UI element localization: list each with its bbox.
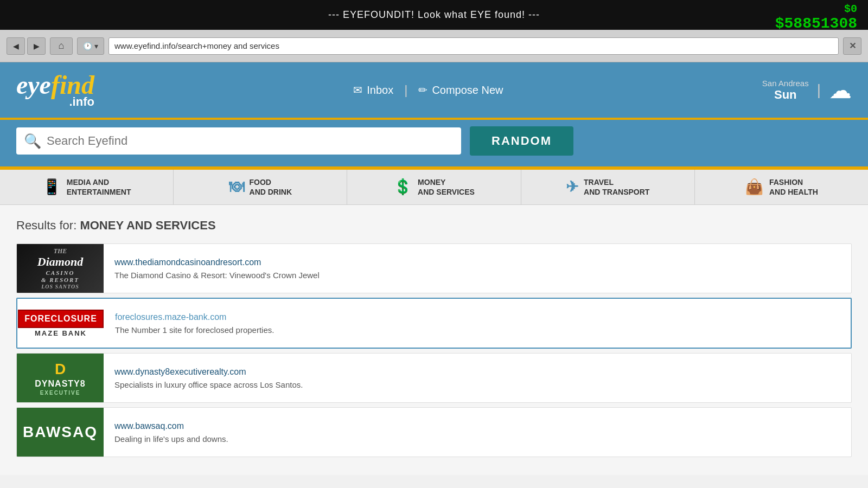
forward-button[interactable]: ▶ bbox=[27, 37, 46, 55]
compose-icon: ✏ bbox=[418, 84, 427, 97]
result-desc-diamond: The Diamond Casino & Resort: Vinewood's … bbox=[114, 271, 320, 280]
result-content-bawsaq: www.bawsaq.com Dealing in life's ups and… bbox=[104, 408, 239, 457]
result-url-foreclosure: foreclosures.maze-bank.com bbox=[115, 312, 274, 322]
nav-buttons: ◀ ▶ bbox=[7, 37, 46, 55]
category-money-label: MONEY AND SERVICES bbox=[418, 177, 475, 197]
dynasty-logo: D DYNASTY8 EXECUTIVE bbox=[29, 355, 91, 401]
search-box-wrap: 🔍 bbox=[16, 127, 461, 155]
top-bar-title: --- EYEFOUNDIT! Look what EYE found! --- bbox=[328, 9, 540, 21]
money-display: $0 $58851308 bbox=[775, 3, 857, 32]
money-total: $58851308 bbox=[775, 15, 857, 32]
diamond-name: Diamond bbox=[37, 255, 83, 269]
back-button[interactable]: ◀ bbox=[7, 37, 25, 55]
result-thumb-dynasty: D DYNASTY8 EXECUTIVE bbox=[17, 354, 104, 402]
category-travel[interactable]: ✈ TRAVEL AND TRANSPORT bbox=[521, 170, 695, 204]
diamond-casino: CASINO bbox=[37, 269, 83, 277]
category-money-line1: MONEY bbox=[418, 177, 475, 187]
foreclosure-bank: MAZE BANK bbox=[35, 329, 87, 337]
website: eyefind .info ✉ Inbox | ✏ Compose New Sa… bbox=[0, 62, 868, 488]
foreclosure-label: FORECLOSURE bbox=[18, 310, 104, 328]
bawsaq-logo: BAWSAQ bbox=[23, 423, 98, 441]
category-fashion-line2: AND HEALTH bbox=[769, 187, 818, 197]
browser-chrome: ◀ ▶ ⌂ 🕐 ▾ ✕ bbox=[0, 30, 868, 62]
result-thumb-diamond: THE Diamond CASINO & RESORT LOS SANTOS bbox=[17, 244, 104, 293]
dynasty-exec: EXECUTIVE bbox=[40, 390, 81, 396]
result-bawsaq[interactable]: BAWSAQ www.bawsaq.com Dealing in life's … bbox=[16, 407, 852, 457]
search-icon: 🔍 bbox=[24, 133, 41, 150]
result-foreclosure[interactable]: FORECLOSURE MAZE BANK foreclosures.maze-… bbox=[16, 298, 852, 349]
category-travel-line1: TRAVEL bbox=[584, 177, 649, 187]
category-nav: 📱 MEDIA AND ENTERTAINMENT 🍽 FOOD AND DRI… bbox=[0, 170, 868, 205]
results-area: Results for: MONEY AND SERVICES THE Diam… bbox=[0, 205, 868, 475]
search-area: 🔍 RANDOM bbox=[0, 120, 868, 170]
close-button[interactable]: ✕ bbox=[843, 37, 861, 55]
nav-divider: | bbox=[404, 82, 407, 98]
weather-day: Sun bbox=[762, 88, 809, 102]
weather-info: San Andreas Sun bbox=[762, 79, 809, 102]
category-food-label: FOOD AND DRINK bbox=[250, 177, 292, 197]
history-button[interactable]: 🕐 ▾ bbox=[77, 37, 104, 55]
inbox-link[interactable]: ✉ Inbox bbox=[353, 84, 393, 97]
results-heading-prefix: Results for: bbox=[16, 219, 76, 232]
food-icon: 🍽 bbox=[229, 177, 244, 197]
diamond-resort: & RESORT bbox=[37, 277, 83, 284]
fashion-icon: 👜 bbox=[745, 177, 764, 197]
result-desc-bawsaq: Dealing in life's ups and downs. bbox=[114, 434, 228, 444]
inbox-icon: ✉ bbox=[353, 84, 362, 97]
result-thumb-bawsaq: BAWSAQ bbox=[17, 408, 104, 457]
category-media-line2: ENTERTAINMENT bbox=[67, 187, 131, 197]
category-fashion-line1: FASHION bbox=[769, 177, 818, 187]
diamond-logo: THE Diamond CASINO & RESORT LOS SANTOS bbox=[37, 247, 83, 290]
money-current: $0 bbox=[775, 3, 857, 15]
home-button[interactable]: ⌂ bbox=[50, 37, 73, 55]
result-diamond[interactable]: THE Diamond CASINO & RESORT LOS SANTOS w… bbox=[16, 243, 852, 293]
top-bar: --- EYEFOUNDIT! Look what EYE found! ---… bbox=[0, 0, 868, 30]
dynasty-d: D bbox=[55, 361, 66, 378]
result-url-dynasty: www.dynasty8executiverealty.com bbox=[114, 367, 303, 377]
weather-widget: San Andreas Sun | ☁ bbox=[762, 77, 852, 104]
category-media-label: MEDIA AND ENTERTAINMENT bbox=[67, 177, 131, 197]
result-url-diamond: www.thediamondcasinoandresort.com bbox=[114, 258, 320, 267]
foreclosure-logo: FORECLOSURE MAZE BANK bbox=[18, 310, 104, 337]
category-fashion-label: FASHION AND HEALTH bbox=[769, 177, 818, 197]
media-icon: 📱 bbox=[42, 177, 61, 197]
diamond-the: THE bbox=[37, 247, 83, 255]
logo: eyefind .info bbox=[16, 72, 94, 108]
compose-link[interactable]: ✏ Compose New bbox=[418, 84, 503, 97]
inbox-label: Inbox bbox=[367, 84, 393, 97]
category-travel-line2: AND TRANSPORT bbox=[584, 187, 649, 197]
result-thumb-foreclosure: FORECLOSURE MAZE BANK bbox=[17, 299, 104, 348]
results-query: MONEY AND SERVICES bbox=[80, 219, 215, 232]
compose-label: Compose New bbox=[432, 84, 503, 97]
category-food-line2: AND DRINK bbox=[250, 187, 292, 197]
site-header: eyefind .info ✉ Inbox | ✏ Compose New Sa… bbox=[0, 62, 868, 120]
result-url-bawsaq: www.bawsaq.com bbox=[114, 421, 228, 431]
category-travel-label: TRAVEL AND TRANSPORT bbox=[584, 177, 649, 197]
category-media[interactable]: 📱 MEDIA AND ENTERTAINMENT bbox=[0, 170, 174, 204]
category-money-line2: AND SERVICES bbox=[418, 187, 475, 197]
money-icon: 💲 bbox=[393, 177, 412, 197]
category-media-line1: MEDIA AND bbox=[67, 177, 131, 187]
search-input[interactable] bbox=[47, 127, 454, 155]
result-content-foreclosure: foreclosures.maze-bank.com The Number 1 … bbox=[104, 299, 285, 348]
result-dynasty[interactable]: D DYNASTY8 EXECUTIVE www.dynasty8executi… bbox=[16, 353, 852, 403]
category-food[interactable]: 🍽 FOOD AND DRINK bbox=[174, 170, 347, 204]
cloud-icon: ☁ bbox=[829, 77, 852, 104]
weather-location: San Andreas bbox=[762, 79, 809, 88]
random-button[interactable]: RANDOM bbox=[470, 126, 573, 156]
category-food-line1: FOOD bbox=[250, 177, 292, 187]
dynasty-name: DYNASTY8 bbox=[35, 379, 85, 389]
logo-eye: eye bbox=[16, 70, 51, 99]
diamond-location: LOS SANTOS bbox=[37, 284, 83, 290]
result-desc-foreclosure: The Number 1 site for foreclosed propert… bbox=[115, 325, 274, 335]
result-content-dynasty: www.dynasty8executiverealty.com Speciali… bbox=[104, 354, 314, 402]
category-money[interactable]: 💲 MONEY AND SERVICES bbox=[347, 170, 521, 204]
result-desc-dynasty: Specialists in luxury office space acros… bbox=[114, 380, 303, 389]
address-bar[interactable] bbox=[108, 37, 839, 55]
category-fashion[interactable]: 👜 FASHION AND HEALTH bbox=[695, 170, 868, 204]
weather-divider: | bbox=[817, 81, 821, 99]
result-content-diamond: www.thediamondcasinoandresort.com The Di… bbox=[104, 244, 330, 293]
nav-links: ✉ Inbox | ✏ Compose New bbox=[353, 82, 503, 98]
results-heading: Results for: MONEY AND SERVICES bbox=[16, 219, 852, 233]
travel-icon: ✈ bbox=[566, 177, 578, 197]
